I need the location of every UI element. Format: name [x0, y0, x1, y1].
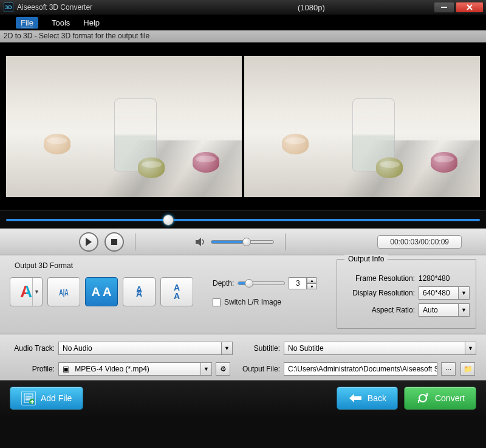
depth-up-button[interactable]: ▲: [307, 277, 317, 283]
aspect-ratio-select[interactable]: Auto▼: [419, 303, 470, 317]
open-folder-button[interactable]: 📁: [460, 362, 475, 376]
format-anaglyph-button[interactable]: A▼: [10, 277, 43, 306]
output-file-field[interactable]: C:\Users\Administrator\Documents\Aiseeso…: [284, 362, 437, 376]
subtitle-select[interactable]: No Subtitle▼: [284, 342, 476, 355]
svg-rect-0: [441, 7, 447, 8]
chevron-down-icon[interactable]: ▼: [221, 342, 232, 354]
action-bar: Add File Back Convert: [0, 381, 486, 416]
preview-area: [0, 43, 486, 210]
volume-icon[interactable]: [195, 238, 206, 246]
close-button[interactable]: [456, 2, 484, 13]
aspect-ratio-label: Aspect Ratio:: [343, 306, 415, 314]
audio-track-select[interactable]: No Audio▼: [58, 342, 233, 355]
depth-label: Depth:: [213, 279, 234, 288]
output-format-label: Output 3D Format: [15, 261, 204, 270]
profile-settings-button[interactable]: ⚙: [216, 362, 230, 376]
format-tb-full-button[interactable]: AA: [160, 277, 193, 306]
hint-bar: 2D to 3D - Select 3D format for the outp…: [0, 30, 486, 43]
output-info-legend: Output Info: [344, 255, 388, 263]
format-tb-half-button[interactable]: AA: [123, 277, 156, 306]
profile-select[interactable]: ▣ MPEG-4 Video (*.mp4)▼: [58, 362, 212, 376]
folder-icon: 📁: [464, 365, 473, 373]
profile-label: Profile:: [10, 365, 55, 373]
back-arrow-icon: [348, 391, 363, 405]
convert-button[interactable]: Convert: [404, 387, 476, 410]
frame-resolution-label: Frame Resolution:: [343, 274, 415, 283]
switch-lr-checkbox[interactable]: [213, 298, 221, 306]
audio-track-label: Audio Track:: [10, 344, 55, 353]
output-format-panel: Output 3D Format A▼ A|A A A AA AA Depth:…: [0, 255, 486, 334]
add-file-label: Add File: [41, 393, 72, 403]
time-display: 00:00:03/00:00:09: [377, 235, 462, 249]
svg-rect-1: [111, 239, 117, 245]
menu-tools[interactable]: Tools: [52, 18, 70, 27]
depth-slider[interactable]: [238, 281, 285, 285]
depth-down-button[interactable]: ▼: [307, 283, 317, 289]
display-resolution-label: Display Resolution:: [343, 289, 415, 297]
minimize-button[interactable]: [434, 2, 454, 13]
seek-bar[interactable]: [0, 210, 486, 229]
menu-file[interactable]: File: [16, 17, 38, 29]
chevron-down-icon[interactable]: ▼: [458, 287, 469, 299]
back-button[interactable]: Back: [337, 387, 398, 410]
output-info-group: Output Info Frame Resolution: 1280*480 D…: [337, 259, 476, 329]
display-resolution-select[interactable]: 640*480▼: [419, 286, 470, 300]
frame-resolution-value: 1280*480: [419, 274, 450, 283]
tracks-panel: Audio Track: No Audio▼ Subtitle: No Subt…: [0, 334, 486, 381]
ellipsis-icon: ···: [445, 365, 451, 373]
menu-help[interactable]: Help: [83, 18, 100, 27]
preview-left: [6, 56, 242, 197]
svg-rect-4: [26, 398, 32, 399]
play-button[interactable]: [79, 232, 98, 252]
chevron-down-icon[interactable]: ▼: [465, 342, 476, 354]
depth-input[interactable]: [289, 277, 307, 289]
output-file-label: Output File:: [236, 365, 280, 373]
app-title: Aiseesoft 3D Converter: [17, 3, 92, 12]
gear-icon: ⚙: [220, 365, 227, 373]
seek-thumb[interactable]: [163, 215, 174, 226]
format-sbs-full-button[interactable]: A A: [85, 277, 118, 306]
playback-controls: 00:00:03/00:00:09: [0, 229, 486, 255]
browse-file-button[interactable]: ···: [441, 362, 456, 376]
format-sbs-half-button[interactable]: A|A: [47, 277, 80, 306]
preview-right: [244, 56, 480, 197]
menu-bar: File Tools Help: [0, 15, 486, 30]
convert-icon: [416, 391, 430, 405]
add-file-icon: [21, 391, 36, 405]
svg-rect-3: [26, 396, 32, 397]
app-icon: 3D: [4, 2, 13, 12]
chevron-down-icon[interactable]: ▼: [458, 304, 469, 316]
subtitle-label: Subtitle:: [236, 344, 280, 353]
chevron-down-icon[interactable]: ▼: [200, 363, 211, 375]
add-file-button[interactable]: Add File: [10, 387, 83, 410]
convert-label: Convert: [435, 393, 465, 403]
volume-slider[interactable]: [211, 240, 274, 244]
back-label: Back: [368, 393, 386, 403]
title-resolution: (1080p): [298, 3, 325, 12]
chevron-down-icon[interactable]: ▼: [32, 278, 41, 306]
stop-button[interactable]: [104, 232, 124, 252]
title-bar: 3D Aiseesoft 3D Converter (1080p): [0, 0, 486, 15]
volume-thumb[interactable]: [242, 238, 251, 246]
switch-lr-label: Switch L/R Image: [224, 298, 281, 306]
depth-thumb[interactable]: [245, 279, 253, 288]
